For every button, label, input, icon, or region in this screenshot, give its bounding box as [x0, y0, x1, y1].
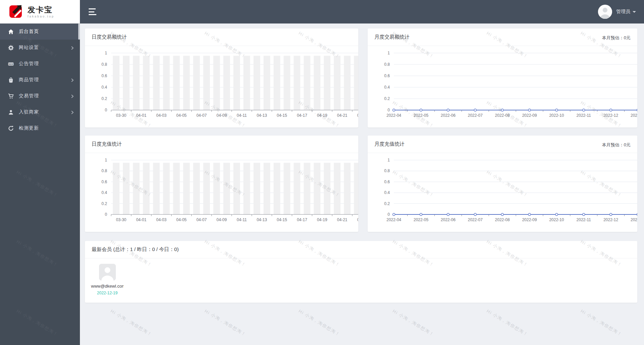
svg-text:2022-06: 2022-06 — [441, 113, 456, 118]
user-menu[interactable]: 管理员 — [598, 5, 636, 19]
svg-text:0.4: 0.4 — [384, 85, 390, 90]
sidebar-item-label: 检测更新 — [19, 125, 39, 131]
svg-text:04-11: 04-11 — [237, 113, 247, 118]
svg-text:04-03: 04-03 — [156, 113, 167, 118]
card-title: 日度充值统计 — [85, 136, 358, 153]
svg-text:0.2: 0.2 — [384, 96, 390, 101]
watermark-text: Hi 小淘，淘你想淘！ — [297, 308, 341, 338]
svg-text:04-21: 04-21 — [337, 217, 348, 222]
svg-text:03-30: 03-30 — [116, 113, 127, 118]
home-icon — [8, 29, 14, 35]
chevron-right-icon — [71, 110, 74, 114]
gear-icon — [8, 45, 14, 51]
update-icon — [8, 126, 14, 131]
svg-text:0.4: 0.4 — [101, 85, 107, 90]
svg-text:2022-12: 2022-12 — [603, 217, 618, 222]
svg-text:04-15: 04-15 — [277, 217, 287, 222]
svg-text:2022-08: 2022-08 — [495, 113, 510, 118]
svg-text:NEW: NEW — [9, 63, 13, 65]
svg-text:0.8: 0.8 — [101, 168, 107, 173]
user-name: 管理员 — [616, 9, 630, 15]
svg-text:0: 0 — [105, 212, 107, 217]
sidebar-item-check-update[interactable]: 检测更新 — [0, 120, 80, 136]
user-avatar — [598, 5, 612, 19]
svg-text:04-13: 04-13 — [257, 217, 267, 222]
svg-text:2022-04: 2022-04 — [386, 113, 401, 118]
svg-text:1: 1 — [105, 158, 107, 162]
svg-text:04-09: 04-09 — [217, 113, 227, 118]
svg-text:04-01: 04-01 — [136, 113, 146, 118]
svg-text:2022-10: 2022-10 — [549, 217, 564, 222]
sidebar-item-trades[interactable]: 交易管理 — [0, 88, 80, 104]
sidebar-item-products[interactable]: 商品管理 — [0, 72, 80, 88]
svg-text:2022-10: 2022-10 — [549, 113, 564, 118]
svg-text:04-05: 04-05 — [176, 217, 187, 222]
svg-text:1: 1 — [387, 51, 390, 55]
sidebar-item-announcements[interactable]: NEW 公告管理 — [0, 56, 80, 72]
merchant-icon — [8, 109, 14, 115]
brand-name: 发卡宝 — [28, 6, 54, 14]
sidebar-item-label: 网站设置 — [19, 45, 39, 51]
svg-text:2022-09: 2022-09 — [522, 113, 537, 118]
svg-text:04-17: 04-17 — [297, 113, 307, 118]
svg-text:04-11: 04-11 — [237, 217, 247, 222]
monthly-transaction-chart: 00.20.40.60.812022-042022-052022-062022-… — [368, 46, 637, 128]
caret-down-icon — [633, 11, 636, 13]
sidebar-scrollbar[interactable] — [78, 23, 80, 40]
brand-domain: fakabao.top — [28, 15, 54, 18]
sidebar-item-label: 交易管理 — [19, 93, 39, 99]
svg-text:0.2: 0.2 — [101, 96, 107, 101]
svg-text:2022-08: 2022-08 — [495, 217, 510, 222]
monthly-recharge-card: 月度充值统计 本月预估：0元 00.20.40.60.812022-042022… — [368, 136, 637, 232]
svg-text:04-07: 04-07 — [196, 217, 207, 222]
svg-text:0.4: 0.4 — [101, 190, 107, 195]
svg-text:2022-05: 2022-05 — [414, 113, 428, 118]
svg-text:2023-01: 2023-01 — [631, 217, 637, 222]
sidebar-item-label: 商品管理 — [19, 77, 39, 83]
card-title: 月度充值统计 — [368, 136, 637, 153]
svg-text:04-23: 04-23 — [357, 217, 358, 222]
svg-text:2023-01: 2023-01 — [631, 113, 637, 118]
member-item[interactable]: www@dkewl.com 2022-12-19 — [91, 264, 124, 295]
watermark-text: Hi 小淘，淘你想淘！ — [203, 308, 247, 338]
member-email: www@dkewl.com — [91, 284, 124, 289]
svg-text:04-05: 04-05 — [176, 113, 187, 118]
svg-text:04-03: 04-03 — [156, 217, 167, 222]
svg-text:2022-07: 2022-07 — [468, 113, 482, 118]
svg-text:0.6: 0.6 — [101, 180, 107, 184]
svg-text:04-13: 04-13 — [257, 113, 267, 118]
svg-text:0.6: 0.6 — [101, 73, 107, 78]
sidebar-item-site-settings[interactable]: 网站设置 — [0, 40, 80, 56]
bag-icon — [8, 77, 14, 83]
brand-logo-icon — [9, 4, 24, 20]
watermark-text: Hi 小淘，淘你想淘！ — [580, 308, 624, 338]
sidebar-menu: 后台首页 网站设置 — [0, 23, 80, 136]
svg-text:0: 0 — [387, 212, 390, 217]
logo[interactable]: 发卡宝 fakabao.top — [0, 0, 80, 23]
announcement-icon: NEW — [8, 61, 14, 67]
svg-text:2022-11: 2022-11 — [577, 113, 591, 118]
chevron-right-icon — [71, 78, 74, 82]
svg-text:04-19: 04-19 — [317, 217, 327, 222]
svg-text:04-21: 04-21 — [337, 113, 348, 118]
svg-text:0.2: 0.2 — [101, 201, 107, 206]
sidebar-item-dashboard[interactable]: 后台首页 — [0, 23, 80, 40]
daily-recharge-chart: 00.20.40.60.8103-3004-0104-0304-0504-070… — [85, 153, 358, 232]
svg-text:0: 0 — [105, 108, 107, 112]
svg-text:2022-12: 2022-12 — [603, 113, 618, 118]
svg-text:04-23: 04-23 — [357, 113, 358, 118]
sidebar-item-label: 入驻商家 — [19, 109, 39, 115]
member-register-date: 2022-12-19 — [91, 291, 124, 295]
svg-text:0.6: 0.6 — [384, 180, 390, 184]
svg-text:0.2: 0.2 — [384, 201, 390, 206]
daily-transaction-card: 日度交易额统计 00.20.40.60.8103-3004-0104-0304-… — [85, 29, 358, 128]
card-title: 日度交易额统计 — [85, 29, 358, 46]
watermark-text: Hi 小淘，淘你想淘！ — [109, 308, 153, 338]
svg-text:03-30: 03-30 — [116, 217, 127, 222]
hamburger-icon[interactable] — [89, 8, 97, 15]
monthly-transaction-card: 月度交易额统计 本月预估：0元 00.20.40.60.812022-04202… — [368, 29, 637, 128]
svg-text:1: 1 — [105, 51, 107, 55]
svg-text:2022-09: 2022-09 — [522, 217, 537, 222]
daily-transaction-chart: 00.20.40.60.8103-3004-0104-0304-0504-070… — [85, 46, 358, 128]
sidebar-item-merchants[interactable]: 入驻商家 — [0, 104, 80, 120]
